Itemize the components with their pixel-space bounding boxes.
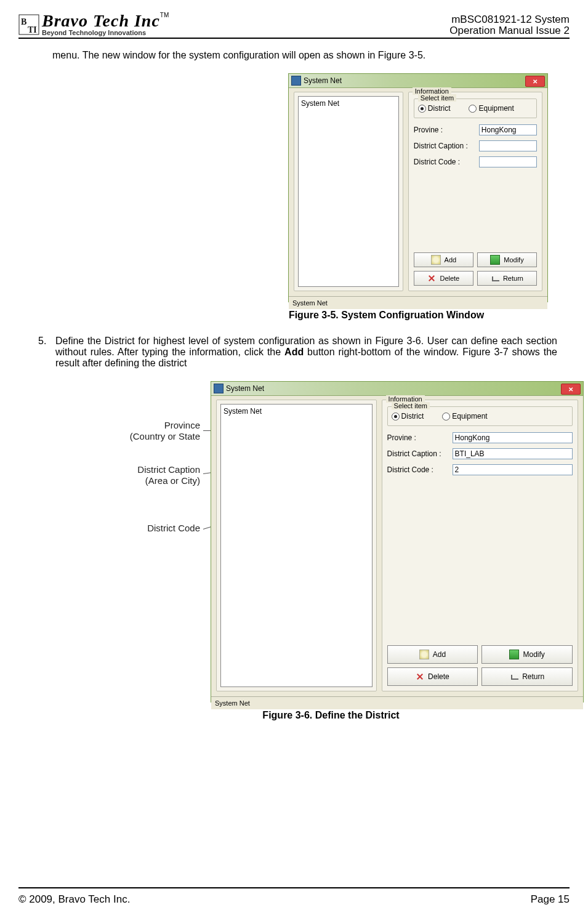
footer-copyright: © 2009, Bravo Tech Inc. — [18, 893, 130, 906]
info-panel: Information Select item District Equipme… — [382, 400, 578, 691]
doc-title-line1: mBSC081921-12 System — [449, 14, 570, 25]
close-icon[interactable]: ✕ — [525, 76, 545, 87]
delete-button[interactable]: Delete — [387, 667, 478, 686]
status-bar: System Net — [211, 696, 583, 709]
figure1-window: System Net ✕ System Net Information Sele… — [288, 73, 548, 302]
radio-district[interactable]: District — [392, 412, 424, 421]
return-button-label: Return — [503, 275, 523, 282]
step-bold-word: Add — [284, 347, 304, 357]
add-button-label: Add — [445, 256, 457, 264]
radio-icon — [442, 413, 450, 421]
radio-equipment[interactable]: Equipment — [469, 104, 513, 113]
radio-equipment[interactable]: Equipment — [442, 412, 487, 421]
step-number: 5. — [38, 336, 55, 347]
doc-title: mBSC081921-12 System Operation Manual Is… — [449, 14, 570, 36]
svg-text:TI: TI — [28, 25, 37, 34]
modify-button-label: Modify — [504, 256, 523, 264]
step-5: 5. Define the District for highest level… — [18, 336, 570, 369]
select-item-group: Select item District Equipment — [387, 406, 573, 426]
radio-district-label: District — [428, 104, 451, 113]
figure2-caption: Figure 3-6. Define the District — [18, 710, 570, 721]
radio-district-label: District — [401, 412, 424, 421]
add-icon — [431, 255, 441, 265]
return-button[interactable]: Return — [481, 667, 573, 686]
status-bar: System Net — [289, 296, 547, 309]
radio-equipment-label: Equipment — [478, 104, 513, 113]
annotation-caption-2: (Area or City) — [137, 475, 200, 486]
modify-icon — [509, 650, 519, 659]
modify-button-label: Modify — [523, 650, 544, 659]
info-panel: Information Select item District Equipme… — [408, 92, 542, 291]
page-footer: © 2009, Bravo Tech Inc. Page 15 — [18, 887, 570, 906]
input-district-code[interactable]: 2 — [453, 464, 573, 475]
delete-icon — [416, 672, 424, 681]
input-district-caption[interactable]: BTI_LAB — [453, 448, 573, 459]
input-province[interactable]: HongKong — [453, 432, 573, 443]
select-item-legend: Select item — [418, 94, 456, 102]
radio-equipment-label: Equipment — [452, 412, 487, 421]
delete-button-label: Delete — [428, 672, 449, 681]
return-icon — [491, 274, 499, 283]
radio-district[interactable]: District — [418, 104, 451, 113]
logo-tm: TM — [160, 12, 169, 18]
add-icon — [419, 650, 429, 659]
title-bar: System Net ✕ — [211, 382, 583, 396]
modify-icon — [490, 255, 500, 265]
window-title: System Net — [226, 384, 264, 393]
tree-view[interactable]: System Net — [220, 404, 373, 687]
return-button[interactable]: Return — [477, 271, 537, 286]
page-header: B TI Bravo Tech IncTM Beyond Technology … — [18, 12, 570, 39]
radio-icon — [469, 105, 477, 113]
label-district-caption: District Caption : — [387, 449, 449, 458]
tree-root[interactable]: System Net — [224, 407, 262, 416]
title-bar: System Net ✕ — [289, 74, 547, 88]
modify-button[interactable]: Modify — [477, 252, 537, 267]
logo: B TI Bravo Tech IncTM Beyond Technology … — [18, 12, 169, 36]
footer-page: Page 15 — [531, 893, 570, 906]
delete-icon — [427, 274, 436, 283]
modify-button[interactable]: Modify — [481, 645, 573, 664]
svg-text:B: B — [21, 17, 26, 26]
add-button[interactable]: Add — [387, 645, 478, 664]
app-icon — [214, 384, 224, 393]
delete-button-label: Delete — [440, 275, 459, 282]
return-button-label: Return — [522, 672, 544, 681]
radio-icon — [392, 413, 400, 421]
add-button[interactable]: Add — [414, 252, 473, 267]
tree-panel: System Net — [294, 92, 403, 291]
return-icon — [510, 672, 518, 681]
label-district-code: District Code : — [414, 158, 475, 166]
logo-title: Bravo Tech Inc — [42, 11, 160, 30]
add-button-label: Add — [433, 650, 446, 659]
annotation-province-1: Province — [130, 420, 200, 431]
input-province[interactable]: HongKong — [479, 124, 537, 135]
app-icon — [291, 76, 301, 86]
select-item-legend: Select item — [392, 402, 430, 409]
label-province: Provine : — [387, 433, 449, 442]
figure1-caption: Figure 3-5. System Configruation Window — [18, 310, 570, 321]
label-district-code: District Code : — [387, 465, 449, 474]
annotation-code: District Code — [147, 523, 200, 534]
close-icon[interactable]: ✕ — [561, 384, 581, 395]
annotation-province-2: (Country or State — [130, 431, 200, 442]
window-title: System Net — [304, 76, 342, 85]
annotation-caption-1: District Caption — [137, 464, 200, 475]
radio-icon — [418, 105, 426, 113]
label-district-caption: District Caption : — [414, 142, 475, 150]
tree-root[interactable]: System Net — [301, 99, 339, 108]
intro-paragraph: menu. The new window for the system conf… — [18, 50, 570, 61]
tree-view[interactable]: System Net — [298, 96, 399, 287]
figure2-window: System Net ✕ System Net Information Sele… — [211, 381, 584, 703]
input-district-code[interactable] — [479, 156, 537, 167]
input-district-caption[interactable] — [479, 140, 537, 151]
select-item-group: Select item District Equipment — [414, 99, 537, 118]
logo-slogan: Beyond Technology Innovations — [42, 30, 169, 36]
tree-panel: System Net — [216, 400, 377, 691]
delete-button[interactable]: Delete — [414, 271, 473, 286]
logo-icon: B TI — [18, 14, 39, 35]
doc-title-line2: Operation Manual Issue 2 — [449, 25, 570, 36]
label-province: Provine : — [414, 126, 475, 134]
